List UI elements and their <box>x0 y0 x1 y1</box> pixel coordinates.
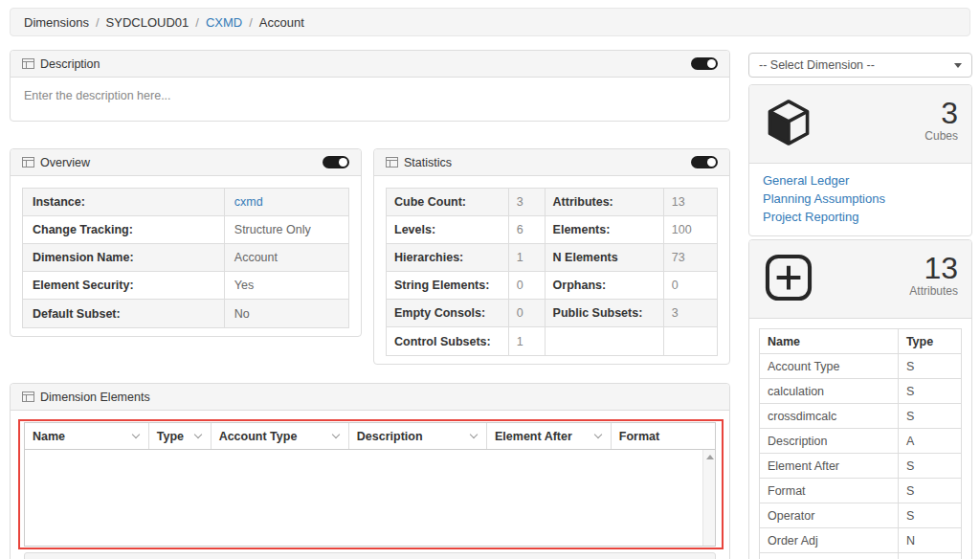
table-row: Cube Count: 3 Attributes: 13 <box>387 189 717 216</box>
table-row: Order Adj N <box>760 528 961 553</box>
elements-grid-header: Name Type Account Type Description Eleme… <box>25 423 715 450</box>
column-header-element-after[interactable]: Element After <box>487 423 612 449</box>
overview-table: Instance: cxmd Change Tracking: Structur… <box>22 188 349 328</box>
panel-grid-icon <box>22 391 34 402</box>
attribute-name: crossdimcalc <box>760 404 899 428</box>
breadcrumb-cxmd-link[interactable]: CXMD <box>206 15 242 30</box>
column-header-account-type[interactable]: Account Type <box>212 423 349 449</box>
row-label: Default Subset: <box>23 300 225 327</box>
panel-grid-icon <box>22 157 34 168</box>
column-label: Element After <box>495 430 572 443</box>
breadcrumb-separator: / <box>249 15 253 30</box>
column-header-type: Type <box>899 329 961 353</box>
dimension-elements-title: Dimension Elements <box>40 391 150 404</box>
description-panel-header: Description <box>11 51 729 78</box>
column-header-format[interactable]: Format <box>612 423 715 449</box>
attribute-name: Element After <box>760 454 899 478</box>
overview-toggle[interactable] <box>323 156 349 168</box>
table-row: Control Subsets: 1 <box>387 327 717 355</box>
attribute-name: Description <box>760 429 899 453</box>
overview-panel-title: Overview <box>40 156 90 169</box>
attribute-type: S <box>899 503 961 527</box>
select-caret-icon <box>954 63 962 68</box>
stat-value: 0 <box>509 272 546 299</box>
column-menu-chevron-icon[interactable] <box>470 431 478 438</box>
column-menu-chevron-icon[interactable] <box>594 431 602 438</box>
table-row: Operator S <box>760 503 961 528</box>
table-row: Instance: cxmd <box>23 189 348 216</box>
column-header-name[interactable]: Name <box>25 423 149 449</box>
attribute-type: S <box>899 479 961 503</box>
attribute-name: Operator <box>760 503 899 527</box>
cubes-card: 3 Cubes General Ledger Planning Assumpti… <box>748 84 972 236</box>
attribute-name: Order Seed <box>760 553 899 559</box>
attribute-type: S <box>899 404 961 428</box>
column-header-description[interactable]: Description <box>349 423 487 449</box>
breadcrumb-separator: / <box>195 15 199 30</box>
column-label: Description <box>357 430 423 443</box>
column-label: Format <box>619 430 659 443</box>
stat-value: 3 <box>509 189 546 215</box>
stat-value: 73 <box>664 244 717 271</box>
stat-value: 3 <box>664 300 717 326</box>
breadcrumb-current-account: Account <box>259 15 304 30</box>
attribute-name: Account Type <box>760 354 899 378</box>
row-value: No <box>225 300 348 327</box>
statistics-panel-header: Statistics <box>374 149 729 176</box>
column-label: Name <box>33 430 65 443</box>
stat-label: String Elements: <box>387 272 509 299</box>
stat-label: Hierarchies: <box>387 244 509 271</box>
attribute-name: Format <box>760 479 899 503</box>
grid-pager-bar <box>24 552 716 559</box>
instance-link[interactable]: cxmd <box>234 195 263 209</box>
row-label: Change Tracking: <box>23 216 225 243</box>
description-input[interactable]: Enter the description here... <box>11 78 729 114</box>
table-row: calculation S <box>760 379 961 404</box>
table-row: Hierarchies: 1 N Elements 73 <box>387 244 717 272</box>
stat-value: 1 <box>509 244 546 271</box>
column-menu-chevron-icon[interactable] <box>132 431 140 438</box>
table-row: Levels: 6 Elements: 100 <box>387 216 717 244</box>
attributes-table: Name Type Account Type S calculation S c… <box>759 328 962 559</box>
stat-value: 1 <box>509 327 546 355</box>
table-row: crossdimcalc S <box>760 404 961 429</box>
attribute-type: N <box>899 553 961 559</box>
grid-scrollbar[interactable] <box>702 450 715 546</box>
elements-grid-body <box>25 450 715 546</box>
table-row: Format S <box>760 479 961 503</box>
stat-value <box>664 327 717 355</box>
stat-label: Orphans: <box>546 272 664 299</box>
column-menu-chevron-icon[interactable] <box>193 431 201 438</box>
cubes-count-label: Cubes <box>924 129 958 143</box>
cube-link[interactable]: Project Reporting <box>763 208 958 226</box>
stat-value: 0 <box>509 300 546 326</box>
table-row: Order Seed N <box>760 553 961 559</box>
attribute-type: A <box>899 429 961 453</box>
stat-value: 13 <box>664 189 717 215</box>
cube-link[interactable]: Planning Assumptions <box>763 190 958 208</box>
description-toggle[interactable] <box>691 57 718 70</box>
stat-label: Cube Count: <box>387 189 509 215</box>
table-row: Account Type S <box>760 354 961 379</box>
breadcrumb-instance[interactable]: SYDCLOUD01 <box>106 15 189 30</box>
stat-value: 0 <box>664 272 717 299</box>
breadcrumb-dimensions[interactable]: Dimensions <box>24 15 89 30</box>
panel-grid-icon <box>22 58 34 69</box>
description-panel-title: Description <box>40 57 100 71</box>
add-attribute-icon <box>763 252 814 306</box>
column-header-type[interactable]: Type <box>149 423 212 449</box>
breadcrumb: Dimensions / SYDCLOUD01 / CXMD / Account <box>10 8 970 36</box>
cube-link[interactable]: General Ledger <box>763 171 958 190</box>
attribute-type: S <box>899 354 961 378</box>
attributes-count-label: Attributes <box>909 284 958 298</box>
table-row: Empty Consols: 0 Public Subsets: 3 <box>387 300 717 327</box>
statistics-panel-title: Statistics <box>404 156 452 169</box>
column-menu-chevron-icon[interactable] <box>332 431 340 438</box>
statistics-toggle[interactable] <box>691 156 718 168</box>
attribute-type: S <box>899 454 961 478</box>
stat-value: 6 <box>509 216 546 243</box>
dimension-select[interactable]: -- Select Dimension -- <box>748 53 972 78</box>
dimension-select-value: -- Select Dimension -- <box>759 58 875 72</box>
scroll-up-arrow-icon <box>706 455 714 459</box>
elements-grid: Name Type Account Type Description Eleme… <box>24 422 716 547</box>
